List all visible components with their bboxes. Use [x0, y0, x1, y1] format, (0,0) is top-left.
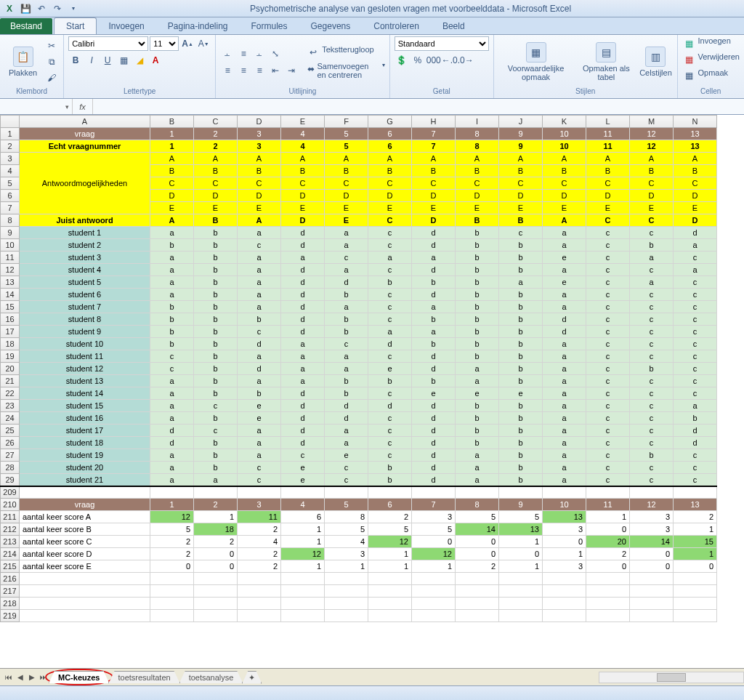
cell[interactable]: b [456, 252, 499, 264]
cell[interactable]: c [630, 301, 674, 313]
cell[interactable]: 7 [412, 499, 456, 511]
cell[interactable] [674, 598, 717, 610]
cell[interactable]: b [456, 350, 499, 363]
student-name-cell[interactable]: student 2 [20, 239, 150, 252]
cell[interactable]: a [325, 239, 368, 252]
score-label-cell[interactable]: aantal keer score D [20, 548, 150, 560]
row-header[interactable]: 21 [1, 375, 20, 387]
cell[interactable]: c [674, 338, 717, 350]
cell[interactable]: C [194, 177, 238, 190]
percent-icon[interactable]: % [411, 53, 425, 68]
cell[interactable]: 9 [499, 128, 543, 140]
col-header[interactable]: N [674, 116, 717, 128]
cell[interactable] [194, 598, 238, 610]
cell[interactable]: 12 [630, 499, 674, 511]
cell[interactable]: 5 [412, 523, 456, 536]
cell[interactable] [238, 598, 281, 610]
cell[interactable]: D [674, 214, 717, 227]
cell[interactable] [281, 598, 325, 610]
row-header[interactable]: 214 [1, 548, 20, 560]
cell[interactable]: d [325, 276, 368, 289]
cell[interactable]: a [238, 301, 281, 313]
cell[interactable]: 4 [281, 140, 325, 153]
cell[interactable]: 6 [368, 128, 412, 140]
cell[interactable]: c [368, 289, 412, 301]
decrease-decimal-icon[interactable]: .0→ [458, 53, 473, 68]
cell[interactable]: b [499, 264, 543, 276]
header-cell[interactable]: vraag [20, 499, 150, 511]
cell[interactable]: a [281, 375, 325, 387]
col-header[interactable]: L [586, 116, 630, 128]
cell[interactable]: c [674, 289, 717, 301]
cell[interactable]: 11 [586, 128, 630, 140]
cell[interactable]: c [150, 350, 194, 363]
header-cell[interactable]: Echt vraagnummer [20, 140, 150, 153]
cell[interactable]: 10 [543, 499, 586, 511]
cell[interactable]: d [412, 412, 456, 425]
cell[interactable] [630, 573, 674, 585]
cell[interactable]: B [499, 214, 543, 227]
cell[interactable]: a [150, 412, 194, 425]
cell[interactable]: b [499, 400, 543, 412]
cell[interactable] [586, 610, 630, 622]
cell[interactable] [281, 585, 325, 598]
cell[interactable]: 3 [630, 511, 674, 523]
cell[interactable]: a [150, 400, 194, 412]
cell[interactable]: B [238, 165, 281, 177]
score-label-cell[interactable]: aantal keer score A [20, 511, 150, 523]
cell[interactable]: 0 [674, 560, 717, 573]
cell[interactable] [20, 610, 150, 622]
cell[interactable] [412, 486, 456, 499]
cell[interactable]: a [543, 264, 586, 276]
align-right-icon[interactable]: ≡ [252, 63, 267, 78]
cell[interactable]: d [281, 264, 325, 276]
cell[interactable]: 1 [499, 536, 543, 548]
cell[interactable]: b [368, 474, 412, 486]
cell[interactable]: 8 [325, 511, 368, 523]
row-header[interactable]: 213 [1, 536, 20, 548]
sheet-tab-mc-keuzes[interactable]: MC-keuzes [49, 671, 109, 683]
cell[interactable] [150, 585, 194, 598]
cell[interactable]: 13 [674, 140, 717, 153]
indent-left-icon[interactable]: ⇤ [268, 63, 283, 78]
cell[interactable]: 1 [543, 548, 586, 560]
cell[interactable]: c [630, 338, 674, 350]
cell[interactable]: c [630, 474, 674, 486]
cell[interactable]: a [543, 375, 586, 387]
cell[interactable]: b [412, 276, 456, 289]
cell[interactable]: d [412, 449, 456, 462]
cell[interactable]: b [499, 462, 543, 474]
cell[interactable]: A [412, 153, 456, 165]
cell[interactable]: 4 [238, 536, 281, 548]
row-header[interactable]: 19 [1, 350, 20, 363]
cell[interactable]: 6 [368, 140, 412, 153]
cell[interactable]: 1 [368, 548, 412, 560]
italic-button[interactable]: I [84, 53, 99, 68]
cell[interactable]: D [674, 190, 717, 202]
cell[interactable]: a [543, 239, 586, 252]
cell[interactable]: a [543, 412, 586, 425]
cell[interactable]: A [543, 214, 586, 227]
cell[interactable]: A [238, 214, 281, 227]
cell[interactable]: b [194, 338, 238, 350]
cell[interactable] [499, 598, 543, 610]
paste-button[interactable]: 📋 Plakken [4, 45, 41, 79]
cell[interactable]: a [325, 437, 368, 449]
cell[interactable]: 4 [281, 128, 325, 140]
cell[interactable]: c [586, 313, 630, 326]
student-name-cell[interactable]: student 11 [20, 350, 150, 363]
cell[interactable]: 1 [150, 128, 194, 140]
student-name-cell[interactable]: student 7 [20, 301, 150, 313]
cell[interactable] [586, 573, 630, 585]
cell[interactable]: 2 [674, 511, 717, 523]
cell[interactable]: a [325, 227, 368, 239]
cell[interactable]: 5 [325, 128, 368, 140]
cell[interactable]: a [150, 449, 194, 462]
row-header[interactable]: 209 [1, 486, 20, 499]
orientation-icon[interactable]: ⤡ [268, 47, 283, 61]
cell[interactable]: c [674, 313, 717, 326]
cell[interactable]: a [281, 252, 325, 264]
cell[interactable] [630, 610, 674, 622]
cell[interactable]: b [456, 425, 499, 437]
cell[interactable] [194, 573, 238, 585]
